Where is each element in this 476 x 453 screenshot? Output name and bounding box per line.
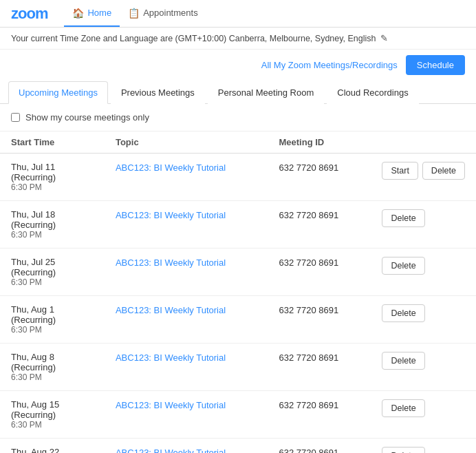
start-date-1: Thu, Jul 18 (Recurring) [11, 209, 94, 230]
table-row: Thu, Aug 22 (Recurring) 6:30 PM ABC123: … [0, 439, 476, 454]
delete-button-2[interactable]: Delete [382, 257, 424, 275]
action-buttons-0: Start Delete [382, 162, 465, 180]
schedule-button[interactable]: Schedule [406, 55, 465, 75]
col-header-actions [371, 131, 476, 154]
cell-start-time-5: Thu, Aug 15 (Recurring) 6:30 PM [0, 391, 105, 439]
meeting-id-value-0: 632 7720 8691 [279, 162, 339, 173]
timezone-bar: Your current Time Zone and Language are … [0, 28, 476, 50]
topic-link-6[interactable]: ABC123: BI Weekly Tutorial [116, 447, 226, 453]
tab-previous-meetings[interactable]: Previous Meetings [111, 81, 205, 104]
delete-button-0[interactable]: Delete [422, 162, 465, 180]
tab-cloud-recordings[interactable]: Cloud Recordings [327, 81, 418, 104]
meetings-table: Start Time Topic Meeting ID Thu, Jul 11 … [0, 131, 476, 453]
start-time-1: 6:30 PM [11, 230, 94, 240]
topic-link-4[interactable]: ABC123: BI Weekly Tutorial [116, 352, 226, 363]
edit-timezone-icon[interactable]: ✎ [380, 33, 388, 43]
action-buttons-1: Delete [382, 209, 465, 227]
cell-start-time-0: Thu, Jul 11 (Recurring) 6:30 PM [0, 154, 105, 201]
cell-actions-0: Start Delete [371, 154, 476, 201]
start-date-0: Thu, Jul 11 (Recurring) [11, 162, 94, 182]
cell-meeting-id-1: 632 7720 8691 [268, 201, 371, 249]
all-meetings-link[interactable]: All My Zoom Meetings/Recordings [261, 60, 398, 70]
cell-start-time-4: Thu, Aug 8 (Recurring) 6:30 PM [0, 344, 105, 391]
action-buttons-5: Delete [382, 399, 465, 417]
cell-start-time-1: Thu, Jul 18 (Recurring) 6:30 PM [0, 201, 105, 249]
meeting-id-value-4: 632 7720 8691 [279, 352, 339, 363]
tabs: Upcoming Meetings Previous Meetings Pers… [0, 81, 476, 104]
cell-actions-6: Delete [371, 439, 476, 454]
topic-link-2[interactable]: ABC123: BI Weekly Tutorial [116, 257, 226, 268]
meeting-id-value-2: 632 7720 8691 [279, 257, 339, 268]
col-header-topic: Topic [105, 131, 268, 154]
meeting-id-value-6: 632 7720 8691 [279, 447, 339, 453]
start-date-3: Thu, Aug 1 (Recurring) [11, 304, 94, 325]
delete-button-3[interactable]: Delete [382, 304, 424, 322]
zoom-logo: zoom [11, 5, 47, 23]
nav-home-label: Home [87, 8, 111, 18]
cell-topic-2: ABC123: BI Weekly Tutorial [105, 249, 268, 296]
cell-meeting-id-2: 632 7720 8691 [268, 249, 371, 296]
start-date-6: Thu, Aug 22 (Recurring) [11, 447, 94, 453]
delete-button-6[interactable]: Delete [382, 447, 424, 453]
start-time-5: 6:30 PM [11, 420, 94, 430]
nav-items: 🏠 Home 📋 Appointments [64, 0, 206, 27]
tab-personal-meeting-room[interactable]: Personal Meeting Room [208, 81, 324, 104]
col-header-start-time: Start Time [0, 131, 105, 154]
course-filter-label[interactable]: Show my course meetings only [25, 112, 149, 123]
start-time-0: 6:30 PM [11, 182, 94, 192]
meeting-id-value-1: 632 7720 8691 [279, 210, 339, 220]
topic-link-0[interactable]: ABC123: BI Weekly Tutorial [116, 162, 226, 173]
cell-meeting-id-4: 632 7720 8691 [268, 344, 371, 391]
table-row: Thu, Jul 18 (Recurring) 6:30 PM ABC123: … [0, 201, 476, 249]
start-time-2: 6:30 PM [11, 277, 94, 287]
appointments-icon: 📋 [128, 8, 140, 19]
course-filter-checkbox[interactable] [11, 113, 20, 122]
table-row: Thu, Jul 11 (Recurring) 6:30 PM ABC123: … [0, 154, 476, 201]
cell-actions-3: Delete [371, 296, 476, 344]
timezone-text: Your current Time Zone and Language are … [11, 34, 376, 43]
cell-actions-4: Delete [371, 344, 476, 391]
filter-row: Show my course meetings only [0, 104, 476, 131]
start-date-2: Thu, Jul 25 (Recurring) [11, 257, 94, 277]
start-button-0[interactable]: Start [382, 162, 418, 180]
cell-actions-2: Delete [371, 249, 476, 296]
cell-topic-5: ABC123: BI Weekly Tutorial [105, 391, 268, 439]
nav-appointments[interactable]: 📋 Appointments [120, 0, 206, 27]
table-row: Thu, Aug 8 (Recurring) 6:30 PM ABC123: B… [0, 344, 476, 391]
cell-meeting-id-3: 632 7720 8691 [268, 296, 371, 344]
action-buttons-6: Delete [382, 447, 465, 453]
top-nav: zoom 🏠 Home 📋 Appointments [0, 0, 476, 28]
topic-link-3[interactable]: ABC123: BI Weekly Tutorial [116, 305, 226, 315]
cell-meeting-id-5: 632 7720 8691 [268, 391, 371, 439]
table-row: Thu, Aug 15 (Recurring) 6:30 PM ABC123: … [0, 391, 476, 439]
cell-meeting-id-6: 632 7720 8691 [268, 439, 371, 454]
cell-topic-3: ABC123: BI Weekly Tutorial [105, 296, 268, 344]
table-row: Thu, Aug 1 (Recurring) 6:30 PM ABC123: B… [0, 296, 476, 344]
start-date-4: Thu, Aug 8 (Recurring) [11, 352, 94, 372]
tab-upcoming-meetings[interactable]: Upcoming Meetings [8, 81, 108, 104]
start-date-5: Thu, Aug 15 (Recurring) [11, 399, 94, 420]
topic-link-1[interactable]: ABC123: BI Weekly Tutorial [116, 210, 226, 220]
nav-home[interactable]: 🏠 Home [64, 0, 120, 27]
action-buttons-4: Delete [382, 352, 465, 370]
meeting-id-value-5: 632 7720 8691 [279, 400, 339, 410]
cell-actions-5: Delete [371, 391, 476, 439]
meeting-id-value-3: 632 7720 8691 [279, 305, 339, 315]
cell-start-time-3: Thu, Aug 1 (Recurring) 6:30 PM [0, 296, 105, 344]
nav-appointments-label: Appointments [143, 8, 198, 18]
cell-topic-4: ABC123: BI Weekly Tutorial [105, 344, 268, 391]
cell-start-time-6: Thu, Aug 22 (Recurring) 6:30 PM [0, 439, 105, 454]
action-buttons-3: Delete [382, 304, 465, 322]
home-icon: 🏠 [72, 8, 84, 19]
cell-topic-0: ABC123: BI Weekly Tutorial [105, 154, 268, 201]
delete-button-4[interactable]: Delete [382, 352, 424, 370]
cell-start-time-2: Thu, Jul 25 (Recurring) 6:30 PM [0, 249, 105, 296]
topic-link-5[interactable]: ABC123: BI Weekly Tutorial [116, 400, 226, 410]
delete-button-1[interactable]: Delete [382, 209, 424, 227]
action-buttons-2: Delete [382, 257, 465, 275]
col-header-meeting-id: Meeting ID [268, 131, 371, 154]
start-time-3: 6:30 PM [11, 325, 94, 335]
cell-topic-6: ABC123: BI Weekly Tutorial [105, 439, 268, 454]
start-time-4: 6:30 PM [11, 372, 94, 382]
delete-button-5[interactable]: Delete [382, 399, 424, 417]
